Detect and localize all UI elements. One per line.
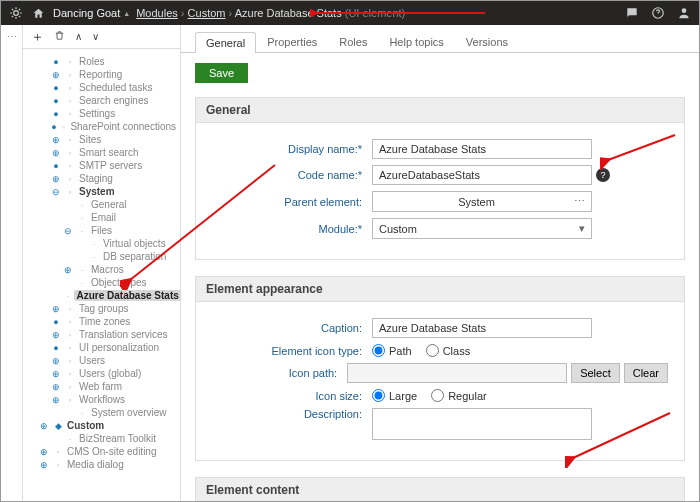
svg-point-0 [14,11,19,16]
tabstrip: General Properties Roles Help topics Ver… [181,25,699,53]
tree-staging[interactable]: ⊕◦Staging [23,172,176,185]
tree-system-overview[interactable]: ·System overview [23,406,176,419]
tree-add-button[interactable]: ＋ [31,28,44,46]
tab-roles[interactable]: Roles [328,31,378,52]
label-caption: Caption: [212,322,372,334]
rail-more-icon[interactable]: ⋯ [7,31,17,42]
tree-system-general[interactable]: ·General [23,198,176,211]
tree-down-button[interactable]: ∨ [92,31,99,42]
tree-users[interactable]: ⊕◦Users [23,354,176,367]
radio-size-regular[interactable]: Regular [431,389,487,402]
parent-element-value: System [458,196,495,208]
home-icon[interactable] [29,4,47,22]
topbar: Dancing Goat ▲ Modules › Custom › Azure … [1,1,699,25]
label-description: Description: [212,408,372,420]
tree-toolbar: ＋ ∧ ∨ [23,25,180,49]
tab-general[interactable]: General [195,32,256,53]
help-icon[interactable] [649,4,667,22]
label-icon-size: Icon size: [212,390,372,402]
tree-bizstream[interactable]: ·BizStream Toolkit [23,432,176,445]
crumb-custom[interactable]: Custom [188,7,226,19]
left-rail: ⋯ [1,25,23,501]
tab-versions[interactable]: Versions [455,31,519,52]
ellipsis-icon: ⋯ [574,195,585,208]
ui-tree: ●◦Roles ⊕◦Reporting ●◦Scheduled tasks ●◦… [23,49,180,501]
section-general-title: General [195,97,685,123]
tree-custom[interactable]: ⊕◆Custom [23,419,176,432]
tree-db-separation[interactable]: ·DB separation [23,250,176,263]
section-content: Element content Type: URL ▾ Target URL: [195,477,685,501]
section-content-title: Element content [195,477,685,501]
tree-system[interactable]: ⊖◦System [23,185,176,198]
tree-tag-groups[interactable]: ⊕◦Tag groups [23,302,176,315]
tree-virtual-objects[interactable]: ·Virtual objects [23,237,176,250]
tree-up-button[interactable]: ∧ [75,31,82,42]
tree-delete-button[interactable] [54,30,65,43]
chevron-down-icon: ▾ [579,222,585,235]
site-switcher[interactable]: Dancing Goat ▲ [53,7,130,19]
label-display-name: Display name:* [212,143,372,155]
section-general: General Display name:* Code name:* ? Par… [195,97,685,260]
crumb-modules[interactable]: Modules [136,7,178,19]
tree-ui-personalization[interactable]: ●◦UI personalization [23,341,176,354]
tree-smart-search[interactable]: ⊕◦Smart search [23,146,176,159]
info-icon[interactable]: ? [596,168,610,182]
tree-workflows[interactable]: ⊕◦Workflows [23,393,176,406]
label-icon-path: Icon path: [212,367,347,379]
picker-parent-element[interactable]: System ⋯ [372,191,592,212]
tab-properties[interactable]: Properties [256,31,328,52]
tree-settings[interactable]: ●◦Settings [23,107,176,120]
tree-web-farm[interactable]: ⊕◦Web farm [23,380,176,393]
tab-help[interactable]: Help topics [378,31,454,52]
tree-media-dialog[interactable]: ⊕◦Media dialog [23,458,176,471]
svg-point-2 [682,8,687,13]
sidebar: ＋ ∧ ∨ ●◦Roles ⊕◦Reporting ●◦Scheduled ta… [23,25,181,501]
crumb-suffix: (UI element) [345,7,406,19]
section-appearance: Element appearance Caption: Element icon… [195,276,685,461]
app-logo-icon[interactable] [7,4,25,22]
tree-time-zones[interactable]: ●◦Time zones [23,315,176,328]
tree-azure-stats[interactable]: ·Azure Database Stats [23,289,176,302]
tree-search-engines[interactable]: ●◦Search engines [23,94,176,107]
input-icon-path[interactable] [347,363,567,383]
label-module: Module:* [212,223,372,235]
input-code-name[interactable] [372,165,592,185]
site-name: Dancing Goat [53,7,120,19]
radio-size-large[interactable]: Large [372,389,417,402]
breadcrumb: Modules › Custom › Azure Database Stats … [136,7,405,19]
tree-system-files[interactable]: ⊖·Files [23,224,176,237]
tree-sharepoint[interactable]: ●◦SharePoint connections [23,120,176,133]
tree-sites[interactable]: ⊕◦Sites [23,133,176,146]
label-parent-element: Parent element: [212,196,372,208]
label-icon-type: Element icon type: [212,345,372,357]
tree-users-global[interactable]: ⊕◦Users (global) [23,367,176,380]
user-icon[interactable] [675,4,693,22]
section-appearance-title: Element appearance [195,276,685,302]
label-code-name: Code name:* [212,169,372,181]
tree-roles[interactable]: ●◦Roles [23,55,176,68]
tree-macros[interactable]: ⊕·Macros [23,263,176,276]
tree-scheduled[interactable]: ●◦Scheduled tasks [23,81,176,94]
select-button[interactable]: Select [571,363,620,383]
main-panel: General Properties Roles Help topics Ver… [181,25,699,501]
radio-icon-path[interactable]: Path [372,344,412,357]
tree-system-email[interactable]: ·Email [23,211,176,224]
crumb-current: Azure Database Stats [235,7,342,19]
input-caption[interactable] [372,318,592,338]
tree-cms-onsite[interactable]: ⊕◦CMS On-site editing [23,445,176,458]
module-value: Custom [379,223,417,235]
input-description[interactable] [372,408,592,440]
tree-object-types[interactable]: ·Object types [23,276,176,289]
tree-smtp[interactable]: ●◦SMTP servers [23,159,176,172]
input-display-name[interactable] [372,139,592,159]
dropdown-module[interactable]: Custom ▾ [372,218,592,239]
clear-button[interactable]: Clear [624,363,668,383]
tree-reporting[interactable]: ⊕◦Reporting [23,68,176,81]
caret-down-icon: ▲ [123,10,130,17]
chat-icon[interactable] [623,4,641,22]
radio-icon-class[interactable]: Class [426,344,471,357]
save-button[interactable]: Save [195,63,248,83]
tree-translation[interactable]: ⊕◦Translation services [23,328,176,341]
